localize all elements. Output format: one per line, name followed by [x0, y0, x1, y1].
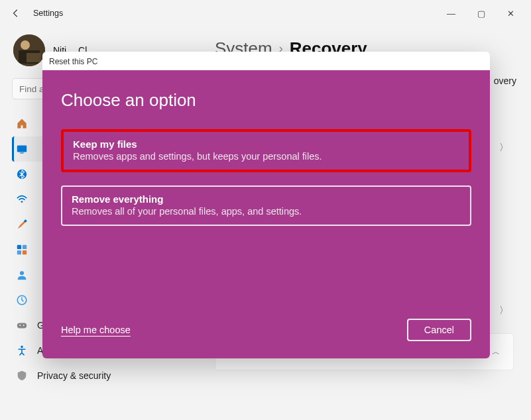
time-icon [16, 294, 28, 306]
gaming-icon [16, 319, 28, 331]
svg-point-7 [21, 201, 23, 203]
svg-rect-12 [23, 250, 27, 254]
svg-rect-15 [17, 323, 27, 328]
bluetooth-icon [16, 168, 28, 180]
svg-point-18 [21, 346, 23, 348]
shield-icon [16, 370, 28, 382]
svg-point-13 [20, 271, 24, 275]
dialog-body: Choose an option Keep my files Removes a… [42, 70, 490, 358]
accessibility-icon [16, 344, 28, 356]
option-description: Removes all of your personal files, apps… [72, 206, 461, 217]
dialog-title: Reset this PC [42, 52, 490, 70]
option-keep-my-files[interactable]: Keep my files Removes apps and settings,… [61, 129, 471, 172]
system-icon [16, 143, 28, 155]
svg-point-16 [19, 325, 21, 326]
svg-rect-9 [17, 245, 21, 249]
option-title: Remove everything [72, 193, 461, 205]
titlebar: Settings — ▢ ✕ [0, 0, 531, 26]
svg-point-1 [21, 40, 30, 50]
nav-privacy[interactable]: Privacy & security [12, 363, 199, 388]
accounts-icon [16, 269, 28, 281]
minimize-button[interactable]: — [436, 3, 466, 23]
svg-point-17 [23, 325, 25, 326]
reset-pc-dialog: Reset this PC Choose an option Keep my f… [42, 52, 490, 358]
option-remove-everything[interactable]: Remove everything Removes all of your pe… [61, 185, 471, 226]
svg-rect-3 [27, 53, 41, 62]
cancel-button[interactable]: Cancel [407, 319, 471, 341]
svg-rect-10 [23, 245, 27, 249]
home-icon [16, 118, 28, 130]
breadcrumb-tail: overy [494, 76, 516, 86]
dialog-footer: Help me choose Cancel [61, 319, 471, 341]
paintbrush-icon [16, 219, 28, 231]
svg-rect-5 [20, 152, 23, 153]
option-description: Removes apps and settings, but keeps you… [73, 151, 459, 162]
avatar [13, 34, 45, 66]
chevron-right-icon[interactable]: 〉 [499, 305, 508, 317]
maximize-button[interactable]: ▢ [466, 3, 496, 23]
nav-label: Privacy & security [37, 370, 111, 381]
window-controls: — ▢ ✕ [436, 3, 526, 23]
svg-rect-11 [17, 250, 21, 254]
svg-rect-4 [17, 146, 27, 152]
apps-icon [16, 244, 28, 256]
chevron-right-icon[interactable]: 〉 [499, 142, 508, 154]
close-button[interactable]: ✕ [496, 3, 526, 23]
window-title: Settings [33, 9, 63, 18]
option-title: Keep my files [73, 138, 459, 150]
back-button[interactable] [5, 3, 27, 24]
dialog-heading: Choose an option [61, 90, 471, 111]
network-icon [16, 193, 28, 205]
help-me-choose-link[interactable]: Help me choose [61, 325, 131, 335]
chevron-up-icon: ︿ [492, 346, 500, 358]
